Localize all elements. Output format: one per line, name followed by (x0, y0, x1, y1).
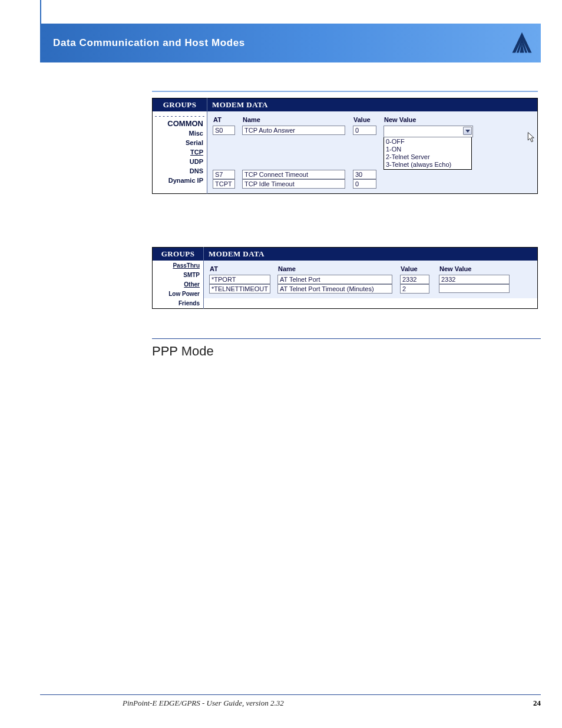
sidebar-item-other[interactable]: Other (153, 280, 203, 289)
page-header: Data Communication and Host Modes (40, 24, 541, 62)
at-cell: TCPT (213, 179, 235, 189)
at-cell: S0 (213, 126, 235, 135)
value-cell: 0 (353, 179, 376, 189)
groups-header: GROUPS (153, 98, 207, 112)
at-cell: *TPORT (209, 275, 270, 284)
sidebar-item-smtp[interactable]: SMTP (153, 271, 203, 280)
groups-header: GROUPS (153, 248, 203, 261)
column-new-value: New Value (382, 115, 534, 126)
name-cell: TCP Idle Timeout (242, 179, 345, 189)
column-at: AT (211, 115, 240, 126)
name-cell: AT Telnet Port (277, 275, 392, 284)
value-cell: 2332 (400, 275, 429, 284)
sidebar-item-common[interactable]: COMMON (153, 119, 207, 129)
name-cell: TCP Auto Answer (242, 126, 345, 135)
value-cell: 2 (400, 284, 429, 294)
new-value-dropdown[interactable] (384, 126, 473, 137)
dropdown-option[interactable]: 3-Telnet (always Echo) (386, 161, 470, 169)
name-cell: AT Telnet Port Timeout (Minutes) (277, 284, 392, 294)
dropdown-option[interactable]: 0-OFF (386, 138, 470, 146)
document-content: GROUPS - - - - - - - - - - - - - COMMON … (40, 77, 541, 359)
dropdown-options[interactable]: 0-OFF 1-ON 2-Telnet Server 3-Telnet (alw… (384, 137, 472, 170)
sidebar-item-misc[interactable]: Misc (153, 129, 207, 138)
column-value: Value (351, 115, 382, 126)
name-cell: TCP Connect Timeout (242, 170, 345, 179)
footer-guide-title: PinPoint-E EDGE/GPRS - User Guide, versi… (40, 699, 284, 708)
sidebar-item-passthru[interactable]: PassThru (153, 261, 203, 271)
sidebar-item-tcp[interactable]: TCP (153, 147, 207, 157)
chevron-down-icon[interactable] (463, 127, 472, 135)
table-row: *TPORT AT Telnet Port 2332 2332 (207, 275, 534, 284)
modem-data-header: MODEM DATA (207, 98, 537, 111)
value-cell: 0 (353, 126, 376, 135)
table-row: S7 TCP Connect Timeout 30 (211, 170, 534, 179)
column-name: Name (276, 264, 398, 275)
table-row: S0 TCP Auto Answer 0 (211, 126, 534, 170)
footer-page-number: 24 (533, 699, 541, 708)
sidebar-item-serial[interactable]: Serial (153, 138, 207, 147)
sidebar-item-dns[interactable]: DNS (153, 166, 207, 176)
page-footer: PinPoint-E EDGE/GPRS - User Guide, versi… (40, 694, 541, 708)
modem-data-header: MODEM DATA (204, 248, 537, 261)
table-row: TCPT TCP Idle Timeout 0 (211, 179, 534, 189)
new-value-input[interactable]: 2332 (439, 275, 510, 284)
dropdown-option[interactable]: 1-ON (386, 146, 470, 153)
new-value-input[interactable] (439, 284, 510, 293)
sidebar-item-udp[interactable]: UDP (153, 157, 207, 166)
at-cell: *TELNETTIMEOUT (209, 284, 270, 294)
nav-divider: - - - - - - - - - - - - - (153, 112, 207, 119)
table-row: *TELNETTIMEOUT AT Telnet Port Timeout (M… (207, 284, 534, 294)
column-value: Value (398, 264, 437, 275)
figure-tcp-settings: GROUPS - - - - - - - - - - - - - COMMON … (152, 91, 538, 194)
cursor-pointer-icon (527, 131, 537, 143)
page-title: Data Communication and Host Modes (53, 37, 245, 49)
figure-telnet-settings: GROUPS PassThru SMTP Other Low Power Fri… (152, 247, 538, 309)
at-cell: S7 (213, 170, 235, 179)
sidebar-item-friends[interactable]: Friends (153, 299, 203, 308)
section-heading: PPP Mode (152, 338, 541, 359)
dropdown-option[interactable]: 2-Telnet Server (386, 153, 470, 161)
sidebar-item-dynamic-ip[interactable]: Dynamic IP (153, 176, 207, 185)
column-new-value: New Value (437, 264, 534, 275)
sidebar-item-low-power[interactable]: Low Power (153, 289, 203, 299)
value-cell: 30 (353, 170, 376, 179)
column-name: Name (240, 115, 351, 126)
brand-logo-icon (509, 30, 535, 56)
column-at: AT (207, 264, 276, 275)
